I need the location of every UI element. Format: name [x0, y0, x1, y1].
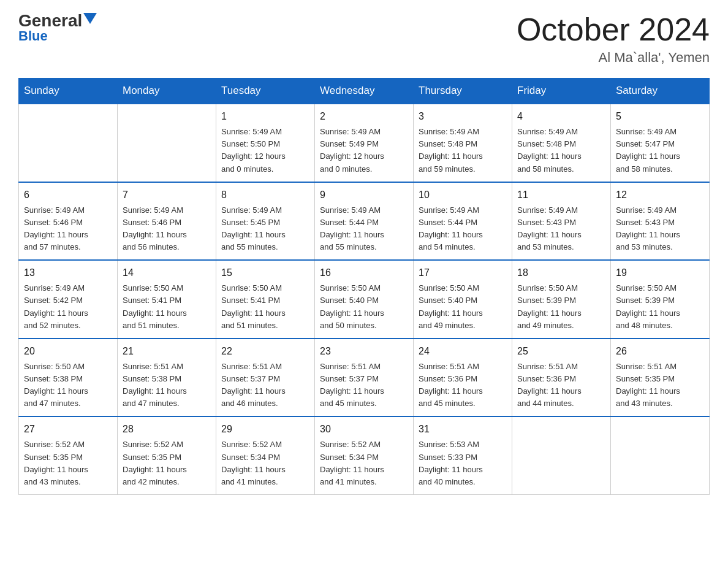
calendar-cell: 17Sunrise: 5:50 AM Sunset: 5:40 PM Dayli… [414, 260, 512, 339]
day-number: 10 [419, 188, 507, 202]
calendar-cell: 10Sunrise: 5:49 AM Sunset: 5:44 PM Dayli… [414, 182, 512, 261]
day-number: 8 [221, 188, 309, 202]
calendar-cell: 19Sunrise: 5:50 AM Sunset: 5:39 PM Dayli… [611, 260, 710, 339]
calendar-cell: 6Sunrise: 5:49 AM Sunset: 5:46 PM Daylig… [19, 182, 118, 261]
day-info: Sunrise: 5:49 AM Sunset: 5:46 PM Dayligh… [24, 204, 112, 254]
calendar-cell: 15Sunrise: 5:50 AM Sunset: 5:41 PM Dayli… [216, 260, 315, 339]
week-row-2: 6Sunrise: 5:49 AM Sunset: 5:46 PM Daylig… [19, 182, 710, 261]
day-number: 27 [24, 422, 112, 437]
calendar-cell: 24Sunrise: 5:51 AM Sunset: 5:36 PM Dayli… [414, 339, 512, 417]
day-info: Sunrise: 5:51 AM Sunset: 5:37 PM Dayligh… [320, 361, 408, 410]
day-number: 28 [123, 422, 211, 437]
day-number: 31 [419, 422, 507, 437]
day-info: Sunrise: 5:51 AM Sunset: 5:35 PM Dayligh… [616, 361, 704, 410]
day-header-thursday: Thursday [414, 79, 512, 104]
calendar-cell [611, 416, 710, 494]
calendar-cell: 13Sunrise: 5:49 AM Sunset: 5:42 PM Dayli… [19, 260, 118, 339]
day-number: 13 [24, 266, 112, 280]
calendar-cell: 7Sunrise: 5:49 AM Sunset: 5:46 PM Daylig… [118, 182, 216, 261]
calendar-cell: 23Sunrise: 5:51 AM Sunset: 5:37 PM Dayli… [315, 339, 414, 417]
logo: General Blue [18, 12, 97, 44]
day-number: 9 [320, 188, 408, 202]
day-info: Sunrise: 5:50 AM Sunset: 5:41 PM Dayligh… [221, 282, 309, 332]
page-title: October 2024 [517, 12, 710, 47]
day-info: Sunrise: 5:51 AM Sunset: 5:36 PM Dayligh… [419, 361, 507, 410]
day-number: 21 [123, 344, 211, 359]
week-row-1: 1Sunrise: 5:49 AM Sunset: 5:50 PM Daylig… [19, 104, 710, 182]
day-info: Sunrise: 5:49 AM Sunset: 5:46 PM Dayligh… [123, 204, 211, 254]
calendar-cell: 25Sunrise: 5:51 AM Sunset: 5:36 PM Dayli… [512, 339, 611, 417]
day-info: Sunrise: 5:49 AM Sunset: 5:42 PM Dayligh… [24, 282, 112, 332]
day-number: 15 [221, 266, 309, 280]
calendar-cell: 29Sunrise: 5:52 AM Sunset: 5:34 PM Dayli… [216, 416, 315, 494]
calendar-table: SundayMondayTuesdayWednesdayThursdayFrid… [18, 78, 710, 495]
week-row-4: 20Sunrise: 5:50 AM Sunset: 5:38 PM Dayli… [19, 339, 710, 417]
day-number: 26 [616, 344, 704, 359]
calendar-cell: 5Sunrise: 5:49 AM Sunset: 5:47 PM Daylig… [611, 104, 710, 182]
day-number: 17 [419, 266, 507, 280]
day-number: 30 [320, 422, 408, 437]
calendar-cell: 14Sunrise: 5:50 AM Sunset: 5:41 PM Dayli… [118, 260, 216, 339]
day-number: 22 [221, 344, 309, 359]
day-info: Sunrise: 5:50 AM Sunset: 5:40 PM Dayligh… [419, 282, 507, 332]
page-subtitle: Al Ma`alla', Yemen [517, 50, 710, 66]
day-info: Sunrise: 5:49 AM Sunset: 5:43 PM Dayligh… [616, 204, 704, 254]
calendar-cell: 20Sunrise: 5:50 AM Sunset: 5:38 PM Dayli… [19, 339, 118, 417]
svg-marker-0 [83, 13, 97, 24]
day-info: Sunrise: 5:49 AM Sunset: 5:47 PM Dayligh… [616, 126, 704, 175]
calendar-cell [19, 104, 118, 182]
day-number: 18 [517, 266, 605, 280]
day-info: Sunrise: 5:49 AM Sunset: 5:44 PM Dayligh… [419, 204, 507, 254]
day-info: Sunrise: 5:52 AM Sunset: 5:35 PM Dayligh… [123, 439, 211, 488]
logo-triangle-icon [83, 13, 97, 24]
day-info: Sunrise: 5:51 AM Sunset: 5:38 PM Dayligh… [123, 361, 211, 410]
week-row-5: 27Sunrise: 5:52 AM Sunset: 5:35 PM Dayli… [19, 416, 710, 494]
day-number: 1 [221, 109, 309, 124]
day-number: 7 [123, 188, 211, 202]
day-number: 6 [24, 188, 112, 202]
day-info: Sunrise: 5:51 AM Sunset: 5:36 PM Dayligh… [517, 361, 605, 410]
day-info: Sunrise: 5:52 AM Sunset: 5:34 PM Dayligh… [221, 439, 309, 488]
week-row-3: 13Sunrise: 5:49 AM Sunset: 5:42 PM Dayli… [19, 260, 710, 339]
page-header: General Blue October 2024 Al Ma`alla', Y… [18, 12, 710, 66]
day-number: 20 [24, 344, 112, 359]
calendar-cell: 8Sunrise: 5:49 AM Sunset: 5:45 PM Daylig… [216, 182, 315, 261]
calendar-cell: 31Sunrise: 5:53 AM Sunset: 5:33 PM Dayli… [414, 416, 512, 494]
calendar-cell: 1Sunrise: 5:49 AM Sunset: 5:50 PM Daylig… [216, 104, 315, 182]
day-header-wednesday: Wednesday [315, 79, 414, 104]
calendar-cell: 26Sunrise: 5:51 AM Sunset: 5:35 PM Dayli… [611, 339, 710, 417]
calendar-cell: 21Sunrise: 5:51 AM Sunset: 5:38 PM Dayli… [118, 339, 216, 417]
day-number: 23 [320, 344, 408, 359]
title-section: October 2024 Al Ma`alla', Yemen [517, 12, 710, 66]
day-info: Sunrise: 5:49 AM Sunset: 5:45 PM Dayligh… [221, 204, 309, 254]
calendar-cell: 9Sunrise: 5:49 AM Sunset: 5:44 PM Daylig… [315, 182, 414, 261]
calendar-cell: 11Sunrise: 5:49 AM Sunset: 5:43 PM Dayli… [512, 182, 611, 261]
day-info: Sunrise: 5:49 AM Sunset: 5:50 PM Dayligh… [221, 126, 309, 175]
day-info: Sunrise: 5:49 AM Sunset: 5:48 PM Dayligh… [517, 126, 605, 175]
day-info: Sunrise: 5:50 AM Sunset: 5:41 PM Dayligh… [123, 282, 211, 332]
logo-blue: Blue [18, 28, 48, 44]
day-number: 24 [419, 344, 507, 359]
calendar-cell: 12Sunrise: 5:49 AM Sunset: 5:43 PM Dayli… [611, 182, 710, 261]
calendar-cell: 4Sunrise: 5:49 AM Sunset: 5:48 PM Daylig… [512, 104, 611, 182]
day-number: 12 [616, 188, 704, 202]
day-number: 11 [517, 188, 605, 202]
day-number: 19 [616, 266, 704, 280]
calendar-cell: 18Sunrise: 5:50 AM Sunset: 5:39 PM Dayli… [512, 260, 611, 339]
calendar-cell [512, 416, 611, 494]
day-info: Sunrise: 5:52 AM Sunset: 5:34 PM Dayligh… [320, 439, 408, 488]
day-info: Sunrise: 5:49 AM Sunset: 5:43 PM Dayligh… [517, 204, 605, 254]
day-info: Sunrise: 5:53 AM Sunset: 5:33 PM Dayligh… [419, 439, 507, 488]
day-header-friday: Friday [512, 79, 611, 104]
day-number: 2 [320, 109, 408, 124]
day-header-monday: Monday [118, 79, 216, 104]
day-number: 16 [320, 266, 408, 280]
day-header-sunday: Sunday [19, 79, 118, 104]
day-info: Sunrise: 5:50 AM Sunset: 5:40 PM Dayligh… [320, 282, 408, 332]
day-header-tuesday: Tuesday [216, 79, 315, 104]
calendar-cell: 30Sunrise: 5:52 AM Sunset: 5:34 PM Dayli… [315, 416, 414, 494]
day-number: 14 [123, 266, 211, 280]
day-header-saturday: Saturday [611, 79, 710, 104]
day-info: Sunrise: 5:49 AM Sunset: 5:44 PM Dayligh… [320, 204, 408, 254]
day-number: 5 [616, 109, 704, 124]
